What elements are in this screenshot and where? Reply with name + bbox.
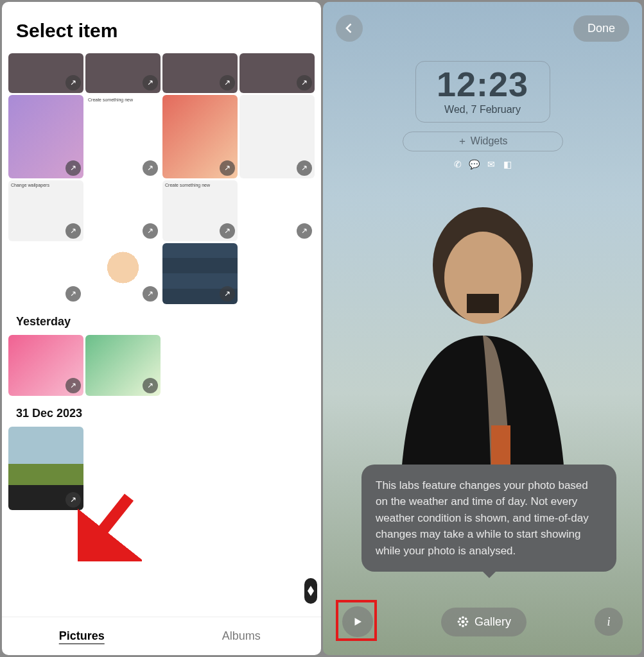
thumbnail[interactable] [85,335,161,396]
message-icon: 💬 [468,158,481,171]
scroll-handle[interactable] [304,578,317,604]
svg-point-6 [462,625,464,627]
thumbnail[interactable] [8,53,83,93]
thumbnail[interactable]: Create something new [162,180,238,241]
expand-icon [143,75,158,90]
svg-point-7 [457,620,460,623]
svg-point-9 [459,618,462,620]
clock-widget[interactable]: 12:23 Wed, 7 February [415,61,550,123]
add-widgets-button[interactable]: ＋ Widgets [403,132,563,151]
notification-icons: ✆ 💬 ✉ ◧ [451,158,514,171]
expand-icon [65,223,81,239]
highlight-box [336,600,377,641]
thumbnail[interactable] [8,243,83,304]
thumbnail[interactable] [239,53,315,93]
clock-time: 12:23 [422,67,543,101]
tab-albums[interactable]: Albums [162,617,322,655]
expand-icon [297,223,312,239]
svg-rect-2 [467,294,499,313]
expand-icon [143,286,158,302]
lockscreen-editor: Done 12:23 Wed, 7 February ＋ Widgets ✆ 💬… [323,2,642,655]
thumbnail[interactable] [239,180,315,241]
expand-icon [65,378,81,393]
page-title: Select item [2,2,321,53]
chevron-left-icon [343,22,356,35]
tooltip-text: This labs feature changes your photo bas… [376,479,589,557]
svg-point-8 [466,620,469,623]
expand-icon [65,160,81,176]
mail-icon: ✉ [485,158,498,171]
gallery-icon [457,615,469,628]
expand-icon [297,75,312,90]
svg-point-12 [465,624,467,626]
section-header-date: 31 Dec 2023 [8,398,315,427]
thumbnail[interactable] [85,53,161,93]
thumb-caption: Change wallpapers [11,183,49,187]
thumb-caption: Create something new [88,98,133,102]
expand-icon [220,75,235,90]
thumbnail[interactable] [85,243,161,304]
info-button[interactable]: i [595,608,623,636]
gallery-picker-screen: Select item Create something new Change … [2,2,321,655]
expand-icon [143,160,158,176]
expand-icon [65,75,81,90]
thumbnail[interactable]: Create something new [85,95,161,178]
thumbnail[interactable]: Change wallpapers [8,180,83,241]
clock-date: Wed, 7 February [422,104,543,115]
thumbnail[interactable] [162,95,238,178]
feature-tooltip: This labs feature changes your photo bas… [361,465,616,572]
thumbnail[interactable] [8,335,83,396]
expand-icon [143,378,158,393]
expand-icon [220,160,235,176]
section-header-yesterday: Yesterday [8,306,315,335]
thumbnail[interactable] [239,95,315,178]
svg-point-4 [461,620,464,624]
expand-icon [143,223,158,239]
thumbnail[interactable] [85,180,161,241]
gallery-grid: Create something new Change wallpapers C… [2,53,321,617]
thumbnail[interactable] [8,95,83,178]
svg-point-5 [462,617,464,619]
thumb-caption: Create something new [165,183,210,187]
tab-pictures[interactable]: Pictures [2,617,162,655]
thumbnail[interactable] [162,53,238,93]
app-icon: ◧ [501,158,514,171]
info-icon: i [607,615,610,629]
gallery-button[interactable]: Gallery [441,608,527,636]
expand-icon [220,286,235,302]
svg-point-11 [459,624,462,626]
thumbnail-target[interactable] [8,427,83,510]
expand-icon [65,492,81,508]
back-button[interactable] [336,15,363,42]
expand-icon [65,286,81,302]
done-button[interactable]: Done [573,15,629,42]
expand-icon [220,223,235,239]
thumbnail[interactable] [162,243,238,304]
svg-point-10 [465,618,467,620]
bottom-tabs: Pictures Albums [2,617,321,655]
gallery-label: Gallery [474,615,511,629]
missed-call-icon: ✆ [451,158,464,171]
expand-icon [297,160,312,176]
